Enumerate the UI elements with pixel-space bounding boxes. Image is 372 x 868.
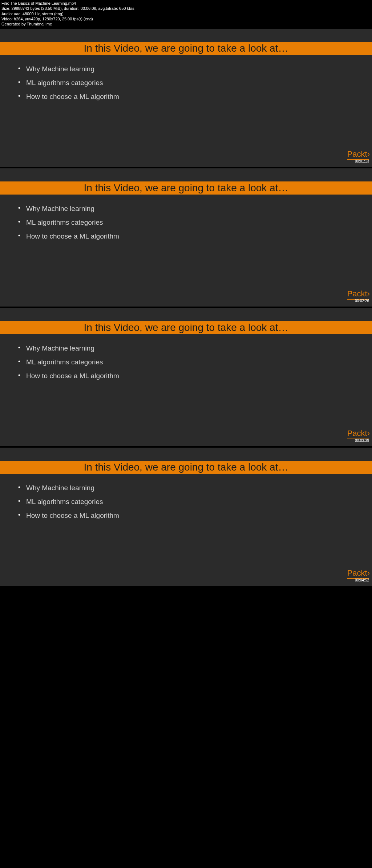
thumbnail-frame: In this Video, we are going to take a lo… xyxy=(0,29,372,167)
watermark: Packt› 00:04:52 xyxy=(347,568,369,582)
file-size-line: Size: 29888743 bytes (28.50 MiB), durati… xyxy=(1,6,371,11)
watermark: Packt› 00:02:26 xyxy=(347,289,369,303)
generated-line: Generated by Thumbnail me xyxy=(1,21,371,27)
thumbnail-frame: In this Video, we are going to take a lo… xyxy=(0,168,372,307)
list-item: ML algorithms categories xyxy=(18,76,372,90)
packt-logo: Packt› xyxy=(347,429,369,439)
bullet-list: Why Machine learning ML algorithms categ… xyxy=(0,195,372,243)
watermark: Packt› 00:01:13 xyxy=(347,149,369,163)
list-item: Why Machine learning xyxy=(18,341,372,355)
list-item: Why Machine learning xyxy=(18,62,372,76)
list-item: ML algorithms categories xyxy=(18,355,372,369)
watermark: Packt› 00:03:39 xyxy=(347,429,369,443)
list-item: ML algorithms categories xyxy=(18,495,372,509)
bullet-list: Why Machine learning ML algorithms categ… xyxy=(0,334,372,383)
packt-logo: Packt› xyxy=(347,289,369,300)
list-item: How to choose a ML algorithm xyxy=(18,90,372,104)
file-name-line: File: The Basics of Machine Learning.mp4 xyxy=(1,1,371,6)
file-info-header: File: The Basics of Machine Learning.mp4… xyxy=(0,0,372,27)
bullet-list: Why Machine learning ML algorithms categ… xyxy=(0,474,372,523)
packt-logo: Packt› xyxy=(347,568,369,579)
slide-title: In this Video, we are going to take a lo… xyxy=(0,42,372,55)
list-item: How to choose a ML algorithm xyxy=(18,229,372,243)
video-line: Video: h264, yuv420p, 1280x720, 25.00 fp… xyxy=(1,16,371,21)
list-item: How to choose a ML algorithm xyxy=(18,369,372,383)
list-item: Why Machine learning xyxy=(18,481,372,495)
packt-logo: Packt› xyxy=(347,149,369,160)
bullet-list: Why Machine learning ML algorithms categ… xyxy=(0,55,372,104)
slide-title: In this Video, we are going to take a lo… xyxy=(0,461,372,474)
list-item: How to choose a ML algorithm xyxy=(18,509,372,523)
thumbnail-frame: In this Video, we are going to take a lo… xyxy=(0,448,372,586)
thumbnail-frame: In this Video, we are going to take a lo… xyxy=(0,308,372,446)
list-item: ML algorithms categories xyxy=(18,216,372,229)
list-item: Why Machine learning xyxy=(18,202,372,216)
slide-title: In this Video, we are going to take a lo… xyxy=(0,181,372,195)
thumbnail-grid: In this Video, we are going to take a lo… xyxy=(0,27,372,586)
slide-title: In this Video, we are going to take a lo… xyxy=(0,321,372,334)
audio-line: Audio: aac, 48000 Hz, stereo (eng) xyxy=(1,11,371,16)
